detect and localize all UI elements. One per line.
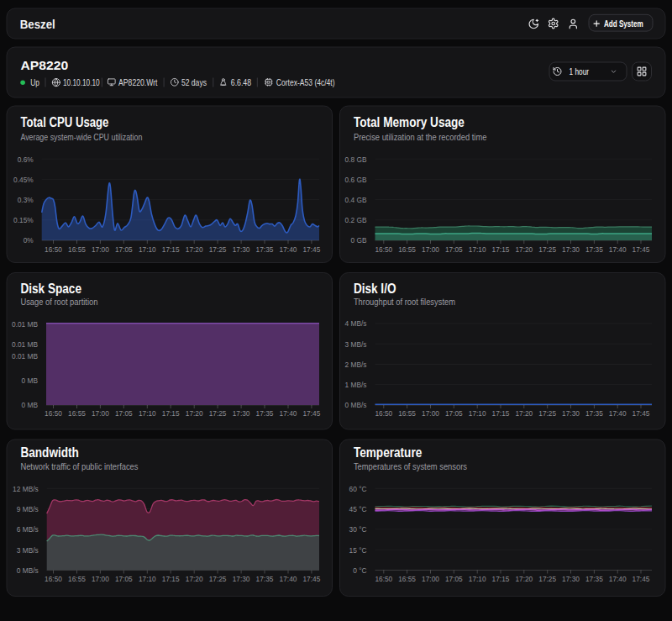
svg-text:17:05: 17:05 [115, 408, 133, 418]
svg-text:0 GB: 0 GB [351, 235, 367, 245]
svg-text:Beszel: Beszel [20, 17, 55, 31]
svg-text:17:10: 17:10 [469, 574, 486, 583]
svg-text:17:30: 17:30 [562, 574, 580, 583]
svg-text:16:50: 16:50 [375, 245, 392, 254]
svg-text:17:35: 17:35 [585, 245, 603, 254]
svg-text:16:55: 16:55 [398, 408, 416, 418]
svg-text:1 hour: 1 hour [570, 66, 590, 76]
svg-text:17:15: 17:15 [492, 574, 510, 583]
svg-text:17:40: 17:40 [280, 245, 297, 254]
svg-text:17:15: 17:15 [162, 408, 180, 418]
svg-text:Temperatures of system sensors: Temperatures of system sensors [354, 461, 468, 471]
svg-text:17:20: 17:20 [515, 574, 533, 583]
svg-text:16:55: 16:55 [398, 245, 416, 254]
svg-text:Temperature: Temperature [354, 445, 422, 460]
svg-text:17:25: 17:25 [209, 245, 227, 254]
svg-text:0.01 MB: 0.01 MB [12, 319, 38, 329]
svg-text:17:45: 17:45 [633, 574, 650, 583]
svg-text:Add System: Add System [604, 18, 643, 29]
svg-text:17:05: 17:05 [115, 574, 133, 583]
svg-text:3 MB/s: 3 MB/s [17, 545, 39, 555]
svg-text:30 °C: 30 °C [349, 524, 367, 534]
svg-text:17:45: 17:45 [633, 245, 650, 254]
svg-text:45 °C: 45 °C [349, 504, 367, 513]
svg-text:0 MB/s: 0 MB/s [345, 400, 367, 409]
svg-text:17:00: 17:00 [92, 245, 109, 254]
svg-text:17:10: 17:10 [139, 245, 156, 254]
svg-text:17:40: 17:40 [609, 245, 627, 254]
svg-text:Cortex-A53 (4c/4t): Cortex-A53 (4c/4t) [276, 78, 335, 87]
svg-text:17:00: 17:00 [422, 408, 439, 418]
svg-text:17:00: 17:00 [422, 245, 439, 254]
svg-text:17:00: 17:00 [92, 408, 109, 418]
svg-text:17:40: 17:40 [280, 408, 297, 418]
svg-text:17:15: 17:15 [492, 245, 510, 254]
svg-text:Throughput of root filesystem: Throughput of root filesystem [354, 297, 455, 307]
svg-text:17:20: 17:20 [515, 245, 533, 254]
svg-text:0 MB: 0 MB [22, 376, 39, 385]
svg-text:16:50: 16:50 [375, 574, 392, 583]
svg-text:6 MB/s: 6 MB/s [17, 524, 39, 534]
svg-text:17:05: 17:05 [115, 245, 133, 254]
svg-text:AP8220: AP8220 [21, 58, 69, 72]
svg-text:17:25: 17:25 [209, 574, 227, 583]
svg-text:17:35: 17:35 [256, 408, 274, 418]
svg-text:0.2 GB: 0.2 GB [345, 215, 367, 224]
svg-text:17:35: 17:35 [585, 408, 603, 418]
svg-text:0.8 GB: 0.8 GB [345, 155, 367, 164]
svg-text:17:15: 17:15 [162, 574, 180, 583]
svg-text:17:35: 17:35 [256, 574, 274, 583]
svg-text:17:25: 17:25 [538, 408, 556, 418]
svg-text:17:10: 17:10 [469, 245, 486, 254]
svg-text:17:10: 17:10 [469, 408, 486, 418]
svg-text:17:10: 17:10 [139, 408, 156, 418]
svg-text:0 °C: 0 °C [353, 566, 366, 575]
svg-text:4 MB/s: 4 MB/s [345, 318, 367, 328]
svg-text:17:00: 17:00 [422, 574, 439, 583]
svg-text:0.4 GB: 0.4 GB [345, 195, 367, 204]
svg-text:Total CPU Usage: Total CPU Usage [20, 115, 108, 129]
svg-text:17:25: 17:25 [538, 245, 556, 254]
svg-text:Disk Space: Disk Space [20, 282, 81, 296]
svg-text:60 °C: 60 °C [349, 484, 367, 493]
svg-text:17:45: 17:45 [633, 408, 650, 418]
svg-text:0.3%: 0.3% [18, 195, 34, 204]
svg-text:17:30: 17:30 [233, 408, 250, 418]
svg-text:17:15: 17:15 [492, 408, 510, 418]
svg-text:0 MB/s: 0 MB/s [17, 566, 39, 575]
svg-text:17:30: 17:30 [562, 245, 580, 254]
svg-text:17:45: 17:45 [303, 408, 321, 418]
svg-text:0.6 GB: 0.6 GB [345, 175, 367, 184]
svg-text:17:20: 17:20 [186, 245, 203, 254]
svg-text:16:50: 16:50 [375, 408, 392, 418]
svg-text:17:00: 17:00 [92, 574, 109, 583]
svg-text:16:55: 16:55 [398, 574, 416, 583]
svg-text:6.6.48: 6.6.48 [231, 78, 252, 87]
svg-text:17:20: 17:20 [515, 408, 533, 418]
svg-text:17:15: 17:15 [162, 245, 180, 254]
svg-text:2 MB/s: 2 MB/s [345, 360, 367, 369]
svg-text:0.01 MB: 0.01 MB [12, 351, 38, 360]
svg-text:17:30: 17:30 [562, 408, 580, 418]
svg-text:16:55: 16:55 [68, 408, 86, 418]
svg-text:15 °C: 15 °C [349, 545, 367, 555]
svg-text:17:35: 17:35 [256, 245, 274, 254]
svg-text:17:25: 17:25 [209, 408, 227, 418]
svg-text:17:45: 17:45 [303, 245, 321, 254]
svg-text:17:35: 17:35 [585, 574, 603, 583]
svg-text:0 MB: 0 MB [22, 400, 39, 409]
svg-text:17:05: 17:05 [445, 408, 463, 418]
svg-text:17:10: 17:10 [139, 574, 156, 583]
svg-text:16:55: 16:55 [68, 574, 86, 583]
svg-text:Precise utilization at the rec: Precise utilization at the recorded time [354, 132, 487, 142]
svg-text:Disk I/O: Disk I/O [354, 282, 396, 296]
svg-text:Total Memory Usage: Total Memory Usage [354, 115, 465, 129]
svg-text:17:25: 17:25 [538, 574, 556, 583]
svg-text:12 MB/s: 12 MB/s [13, 484, 39, 493]
svg-text:17:30: 17:30 [233, 245, 250, 254]
svg-text:Network traffic of public inte: Network traffic of public interfaces [20, 461, 139, 471]
svg-text:Average system-wide CPU utiliz: Average system-wide CPU utilization [20, 132, 142, 142]
svg-text:17:40: 17:40 [609, 574, 627, 583]
svg-text:52 days: 52 days [181, 78, 207, 87]
svg-text:17:40: 17:40 [609, 408, 627, 418]
